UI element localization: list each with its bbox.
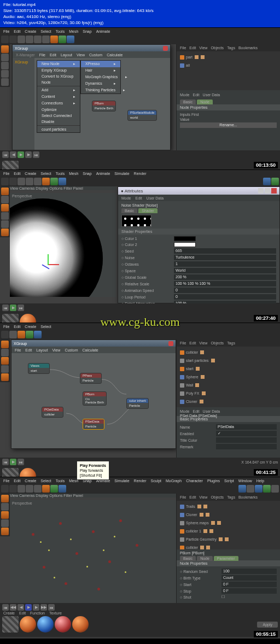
menu-tools[interactable]: Tools (56, 30, 65, 33)
menu-create[interactable]: Create (25, 30, 36, 33)
menu-file[interactable]: File (3, 30, 9, 33)
tab-basic[interactable]: Basic (180, 556, 196, 561)
attr-edit[interactable]: Edit (193, 93, 200, 97)
tool-prim[interactable] (263, 178, 271, 185)
perspective-view[interactable]: Perspective (10, 193, 116, 297)
menu-create[interactable]: Create (25, 325, 36, 329)
tag-icon[interactable] (195, 55, 199, 59)
mi-convert[interactable]: Convert to XGroup (37, 73, 80, 79)
min-icon[interactable] (258, 188, 264, 194)
vp-panel[interactable]: Panel (73, 494, 83, 497)
menu-edit[interactable]: Edit (14, 325, 20, 329)
menu-animate[interactable]: Animate (96, 172, 110, 175)
mi-hair[interactable]: Hair▸ (81, 67, 120, 74)
obj-label[interactable]: Wall (186, 382, 193, 389)
xmenu-calculate[interactable]: Calculate (83, 348, 98, 352)
rename-button[interactable]: Rename... (180, 122, 277, 128)
tag-icon[interactable] (197, 505, 201, 508)
obj-tab-bookmarks[interactable]: Bookmarks (238, 46, 258, 50)
menu-mesh[interactable]: Mesh (69, 172, 78, 175)
vp-filter[interactable]: Filter (63, 494, 72, 497)
xmenu-view[interactable]: View (77, 53, 85, 57)
xmenu-file[interactable]: File (15, 348, 21, 352)
menu-file[interactable]: File (3, 172, 9, 175)
tool-x[interactable] (42, 485, 50, 493)
menu-select[interactable]: Select (40, 325, 51, 329)
mi-empty-xgroup[interactable]: Empty XGroup (37, 67, 80, 73)
menu-create[interactable]: Create (25, 172, 36, 175)
mode-edge[interactable] (1, 70, 9, 78)
obj-tab-view[interactable]: View (199, 495, 207, 499)
attr-value[interactable]: 100 (221, 569, 277, 574)
mi-node[interactable]: Node (37, 79, 80, 85)
close-icon[interactable] (271, 188, 277, 194)
mi-new-node[interactable]: New Node▸ (37, 61, 80, 67)
vp-display[interactable]: Display (36, 186, 48, 190)
mat-menu-create[interactable]: Create (3, 611, 15, 615)
obj-tab-bookmarks[interactable]: Bookmarks (238, 495, 258, 499)
tag-icon[interactable] (206, 546, 210, 549)
tool-rendersettings[interactable] (247, 485, 254, 493)
menu-animate[interactable]: Animate (96, 30, 110, 33)
tl-play[interactable]: ▶ (25, 604, 32, 611)
attr-value[interactable]: 0 (174, 294, 276, 300)
obj-label[interactable]: Cloner (186, 398, 197, 405)
obj-tab-tags[interactable]: Tags (227, 46, 235, 50)
attr-mode[interactable]: Mode (180, 409, 190, 413)
tag-icon[interactable] (200, 350, 204, 354)
mi-add[interactable]: Add▸ (37, 87, 80, 93)
node-pgetdata[interactable]: PGetDatacollider (42, 407, 63, 418)
perspective-view[interactable]: Perspective (10, 500, 176, 603)
node-pborn[interactable]: PBorn Particle Birth (92, 101, 116, 112)
menu-snap[interactable]: Snap (83, 172, 91, 175)
node-port[interactable]: Particle (83, 379, 99, 382)
tl-prev[interactable]: ◀ (10, 151, 16, 158)
tab-basic[interactable]: Basic (121, 208, 137, 213)
tl-start[interactable]: ⏮ (2, 459, 9, 465)
xmenu-file[interactable]: File (39, 53, 45, 57)
timeline[interactable]: ⏮ ▶ ⏭ X 164.047 cm Y 0 cm (0, 458, 280, 466)
tool-undo[interactable] (1, 178, 9, 185)
tool-z[interactable] (59, 485, 66, 493)
node-graph[interactable]: Viewsstart PPassParticle PBornOnParticle… (11, 353, 176, 448)
node-views[interactable]: Viewsstart (28, 363, 50, 374)
attr-value[interactable]: 100 % 100 % 100 % (174, 281, 276, 286)
xpresso-titlebar[interactable]: XGroup (13, 45, 170, 51)
vp-cameras[interactable]: Cameras (19, 494, 34, 497)
tl-play[interactable]: ▶ (10, 305, 16, 311)
tool-redo[interactable] (9, 36, 17, 43)
tool-move[interactable] (18, 178, 25, 185)
mat-preview[interactable] (55, 616, 71, 633)
mode-obj[interactable] (1, 349, 9, 356)
menu-character[interactable]: Character (186, 479, 203, 483)
node-port[interactable]: start (31, 369, 47, 372)
attr-mode[interactable]: Mode (121, 196, 131, 200)
menu-simulate[interactable]: Simulate (114, 479, 129, 483)
node-graph[interactable]: XGroup New Node▸ Empty XGroup Convert to… (13, 58, 170, 150)
tag-icon[interactable] (217, 521, 221, 525)
timeline[interactable]: ⏮ ◀ ▶ ▶ ⏭ (0, 150, 280, 159)
obj-label[interactable]: Sphere.maps (186, 519, 209, 526)
node-port[interactable]: collider (44, 413, 61, 416)
attr-value[interactable]: 0 (174, 288, 276, 293)
tag-icon[interactable] (203, 529, 207, 533)
mi-optimize[interactable]: Optimize (37, 107, 80, 113)
obj-label[interactable]: Sphere (186, 373, 199, 380)
obj-tab-view[interactable]: View (199, 46, 207, 50)
mode-point[interactable] (1, 62, 9, 69)
tool-redo[interactable] (9, 178, 17, 185)
menu-file[interactable]: File (3, 325, 9, 329)
obj-tab-edit[interactable]: Edit (189, 46, 196, 50)
attr-value[interactable]: 665 (174, 248, 276, 254)
obj-tab-file[interactable]: File (180, 495, 186, 499)
viewport-4[interactable]: View Cameras Display Options Filter Pane… (0, 494, 280, 603)
menu-simulate[interactable]: Simulate (114, 172, 129, 175)
mode-poly[interactable] (1, 78, 9, 86)
obj-label[interactable]: Particle Geometry (186, 536, 217, 543)
tl-next[interactable]: ▶ (33, 604, 39, 611)
tl-next[interactable]: ▶ (25, 151, 32, 158)
mi-xpresso[interactable]: XPresso▸ (81, 61, 120, 67)
attr-value[interactable]: Count (221, 575, 277, 581)
menu-create[interactable]: Create (25, 479, 36, 483)
mat-menu-function[interactable]: Function (30, 611, 45, 615)
